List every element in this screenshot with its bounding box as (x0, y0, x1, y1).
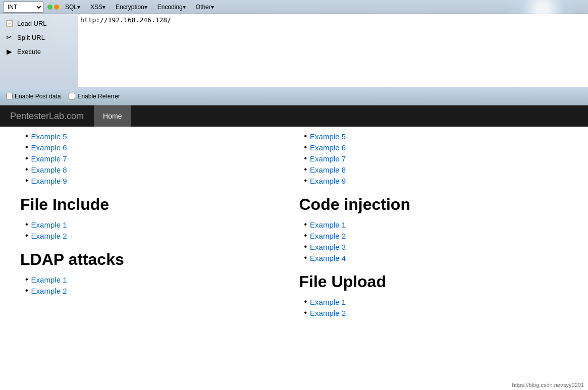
list-item: Example 8 (25, 165, 289, 174)
url-input-area: http://192.168.246.128/ (78, 14, 588, 87)
enable-post-label[interactable]: Enable Post data (6, 93, 61, 100)
list-item: Example 5 (25, 132, 289, 141)
orange-dot (54, 5, 59, 10)
file-upload-example1-link[interactable]: Example 1 (310, 298, 346, 306)
file-include-title: File Include (20, 195, 289, 214)
code-inj-example3-link[interactable]: Example 3 (310, 243, 346, 251)
load-url-button[interactable]: 📋 Load URL (0, 16, 78, 30)
home-nav-item[interactable]: Home (94, 105, 131, 127)
right-column: Example 5 Example 6 Example 7 Example 8 … (294, 132, 573, 322)
file-upload-links: Example 1 Example 2 (304, 297, 568, 317)
xss-menu[interactable]: XSS▾ (88, 3, 108, 12)
list-item: Example 2 (25, 231, 289, 240)
list-item: Example 1 (304, 220, 568, 229)
split-url-icon: ✂ (4, 32, 14, 42)
enable-referrer-text: Enable Referrer (77, 93, 120, 100)
file-include-example2-link[interactable]: Example 2 (31, 232, 67, 240)
left-column: Example 5 Example 6 Example 7 Example 8 … (15, 132, 294, 322)
list-item: Example 2 (25, 286, 289, 295)
ldap-links: Example 1 Example 2 (25, 275, 289, 295)
sidebar-actions: 📋 Load URL ✂ Split URL ▶ Execute (0, 14, 78, 87)
list-item: Example 5 (304, 132, 568, 141)
example7-right-link[interactable]: Example 7 (310, 154, 346, 163)
url-input[interactable]: http://192.168.246.128/ (80, 16, 586, 82)
encoding-menu[interactable]: Encoding▾ (155, 3, 188, 12)
list-item: Example 3 (304, 242, 568, 251)
execute-button[interactable]: ▶ Execute (0, 44, 78, 59)
list-item: Example 8 (304, 165, 568, 174)
example6-left-link[interactable]: Example 6 (31, 143, 67, 152)
example8-right-link[interactable]: Example 8 (310, 165, 346, 174)
encryption-menu[interactable]: Encryption▾ (114, 3, 149, 12)
list-item: Example 4 (304, 253, 568, 262)
toolbar: INT STR SQL▾ XSS▾ Encryption▾ Encoding▾ … (0, 0, 588, 14)
content-columns: Example 5 Example 6 Example 7 Example 8 … (15, 132, 573, 322)
example5-right-link[interactable]: Example 5 (310, 132, 346, 141)
nav-brand: PentesterLab.com (10, 111, 84, 122)
list-item: Example 1 (25, 275, 289, 284)
example5-left-link[interactable]: Example 5 (31, 132, 67, 141)
sql-menu[interactable]: SQL▾ (63, 3, 82, 12)
ldap-attacks-title: LDAP attacks (20, 250, 289, 269)
list-item: Example 1 (304, 297, 568, 306)
code-injection-links: Example 1 Example 2 Example 3 Example 4 (304, 220, 568, 262)
file-upload-example2-link[interactable]: Example 2 (310, 309, 346, 317)
list-item: Example 9 (25, 176, 289, 185)
example9-right-link[interactable]: Example 9 (310, 177, 346, 185)
main-content: Example 5 Example 6 Example 7 Example 8 … (0, 127, 588, 379)
file-include-links: Example 1 Example 2 (25, 220, 289, 240)
list-item: Example 9 (304, 176, 568, 185)
nav-bar: PentesterLab.com Home (0, 105, 588, 127)
example9-left-link[interactable]: Example 9 (31, 177, 67, 185)
code-inj-example2-link[interactable]: Example 2 (310, 232, 346, 240)
example8-left-link[interactable]: Example 8 (31, 165, 67, 174)
load-url-label: Load URL (17, 20, 47, 27)
list-item: Example 1 (25, 220, 289, 229)
code-inj-example4-link[interactable]: Example 4 (310, 254, 346, 262)
split-url-label: Split URL (17, 34, 45, 41)
code-inj-example1-link[interactable]: Example 1 (310, 220, 346, 229)
enable-referrer-label[interactable]: Enable Referrer (69, 93, 120, 100)
list-item: Example 7 (25, 154, 289, 163)
left-top-links: Example 5 Example 6 Example 7 Example 8 … (25, 132, 289, 185)
list-item: Example 6 (304, 143, 568, 152)
execute-label: Execute (17, 48, 41, 55)
other-menu[interactable]: Other▾ (194, 3, 216, 12)
toolbar-dots (47, 5, 59, 10)
int-select[interactable]: INT STR (3, 2, 43, 13)
url-area: 📋 Load URL ✂ Split URL ▶ Execute http://… (0, 14, 588, 87)
example6-right-link[interactable]: Example 6 (310, 143, 346, 152)
file-include-example1-link[interactable]: Example 1 (31, 220, 67, 229)
ldap-example2-link[interactable]: Example 2 (31, 287, 67, 295)
green-dot (47, 5, 52, 10)
enable-referrer-checkbox[interactable] (69, 93, 75, 99)
load-url-icon: 📋 (4, 18, 14, 28)
code-injection-title: Code injection (299, 195, 568, 214)
list-item: Example 2 (304, 231, 568, 240)
bg-header: INT STR SQL▾ XSS▾ Encryption▾ Encoding▾ … (0, 0, 588, 14)
example7-left-link[interactable]: Example 7 (31, 154, 67, 163)
enable-post-text: Enable Post data (15, 93, 61, 100)
ldap-example1-link[interactable]: Example 1 (31, 275, 67, 284)
list-item: Example 2 (304, 308, 568, 317)
right-top-links: Example 5 Example 6 Example 7 Example 8 … (304, 132, 568, 185)
toolbar-menu: SQL▾ XSS▾ Encryption▾ Encoding▾ Other▾ (63, 3, 216, 12)
enable-post-checkbox[interactable] (6, 93, 13, 99)
file-upload-title: File Upload (299, 272, 568, 291)
options-bar: Enable Post data Enable Referrer (0, 87, 588, 105)
execute-icon: ▶ (4, 46, 14, 57)
split-url-button[interactable]: ✂ Split URL (0, 30, 78, 44)
list-item: Example 6 (25, 143, 289, 152)
list-item: Example 7 (304, 154, 568, 163)
